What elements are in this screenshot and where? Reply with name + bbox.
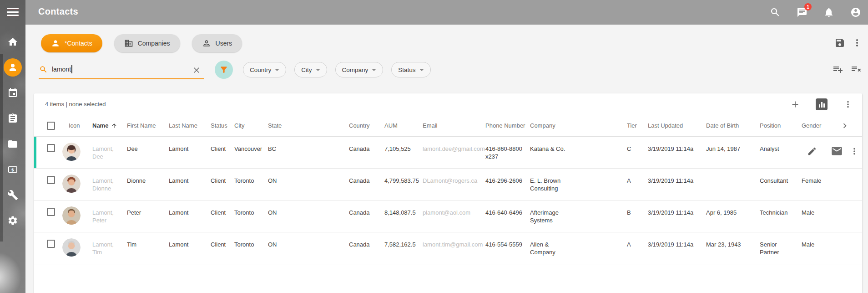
scroll-columns-right-icon[interactable] (840, 121, 850, 131)
cell-country: Canada (342, 200, 377, 216)
cell-city: Toronto (227, 200, 261, 216)
sidebar-item-tools[interactable] (4, 186, 22, 204)
table-row[interactable]: Lamont, Peter Peter Lamont Client Toront… (34, 200, 862, 232)
phone-text: 416-860-8800 x237 (485, 145, 529, 160)
col-tier[interactable]: Tier (620, 122, 641, 129)
menu-icon[interactable] (7, 8, 19, 17)
account-icon[interactable] (850, 6, 862, 18)
col-name[interactable]: Name (85, 122, 120, 129)
notifications-icon[interactable] (823, 6, 835, 18)
filter-chips: Country City Company Status (243, 62, 431, 77)
filter-label: Country (250, 67, 271, 73)
sidebar-item-calendar[interactable] (4, 84, 22, 102)
save-icon[interactable] (833, 36, 846, 49)
col-status[interactable]: Status (203, 122, 227, 129)
cell-date-of-birth: Apr 6, 1985 (699, 200, 752, 216)
search-icon (39, 65, 48, 74)
tab-contacts[interactable]: *Contacts (41, 34, 102, 52)
col-last-updated[interactable]: Last Updated (641, 122, 699, 129)
filter-company[interactable]: Company (335, 62, 384, 77)
col-last-name[interactable]: Last Name (161, 122, 203, 129)
col-phone[interactable]: Phone Number (478, 122, 523, 129)
cell-gender: Male (794, 232, 827, 248)
avatar (62, 143, 81, 161)
cell-state: ON (261, 232, 342, 248)
col-gender[interactable]: Gender (794, 122, 827, 129)
table-row[interactable]: Lamont, Dionne Dionne Lamont Client Toro… (34, 169, 862, 200)
funnel-icon (219, 65, 228, 74)
col-company[interactable]: Company (523, 122, 620, 129)
search-filter-row: lamont Country City Company Status (39, 60, 431, 80)
playlist-remove-icon[interactable] (851, 64, 863, 76)
cell-state: ON (261, 169, 342, 185)
tab-label: Users (216, 40, 232, 47)
table-more-vert-icon[interactable] (843, 99, 853, 109)
cell-city: Toronto (227, 232, 261, 248)
filter-button[interactable] (215, 61, 233, 79)
col-icon[interactable]: Icon (61, 122, 85, 129)
playlist-add-icon[interactable] (833, 64, 844, 76)
tab-users[interactable]: Users (192, 34, 242, 52)
col-position[interactable]: Position (752, 122, 794, 129)
search-input[interactable]: lamont (39, 60, 204, 79)
active-row-indicator (34, 137, 36, 168)
cell-name: Lamont, Tim (85, 232, 120, 256)
more-vert-icon[interactable] (851, 36, 863, 49)
add-contact-icon[interactable] (790, 99, 800, 109)
cell-status: Client (203, 137, 227, 153)
clipboard-icon (7, 113, 18, 124)
cell-last-name: Lamont (161, 137, 203, 153)
row-checkbox[interactable] (47, 208, 55, 216)
cell-state: ON (261, 200, 342, 216)
cell-last-name: Lamont (161, 232, 203, 248)
sidebar-item-contacts[interactable] (4, 58, 22, 77)
cell-tier: A (620, 232, 641, 248)
sidebar-item-tasks[interactable] (4, 109, 22, 128)
col-city[interactable]: City (227, 122, 261, 129)
cell-last-updated: 3/19/2019 11:14a (641, 137, 699, 153)
select-all-checkbox[interactable] (47, 122, 55, 130)
sidebar-item-home[interactable] (4, 33, 22, 51)
table-row[interactable]: Lamont, Dee Dee Lamont Client Vancouver … (34, 137, 862, 169)
sidebar-item-billing[interactable]: $ (4, 160, 22, 179)
sidebar-item-documents[interactable] (4, 135, 22, 153)
tab-label: Companies (138, 40, 170, 47)
col-date-of-birth[interactable]: Date of Birth (699, 122, 752, 129)
cell-phone: 416-554-5559 (478, 232, 523, 248)
cell-email: lamont.dee@gmail.com (415, 137, 478, 153)
row-checkbox[interactable] (47, 240, 55, 248)
filter-city[interactable]: City (294, 62, 327, 77)
cell-status: Client (203, 232, 227, 248)
search-icon[interactable] (769, 6, 781, 18)
cell-status: Client (203, 200, 227, 216)
col-email[interactable]: Email (415, 122, 478, 129)
entity-tabs: *Contacts Companies Users (41, 34, 242, 52)
company-text: Allen & Company (530, 241, 573, 256)
chart-view-icon[interactable] (816, 98, 828, 110)
cell-company: Katana & Co. (523, 137, 620, 153)
tab-companies[interactable]: Companies (114, 34, 180, 52)
row-checkbox[interactable] (47, 144, 55, 152)
col-country[interactable]: Country (342, 122, 377, 129)
row-checkbox[interactable] (47, 176, 55, 184)
chat-icon[interactable]: 1 (796, 6, 808, 18)
cell-gender (794, 137, 827, 145)
filter-status[interactable]: Status (391, 62, 430, 77)
table-row[interactable]: Lamont, Tim Tim Lamont Client Toronto ON… (34, 232, 862, 264)
sidebar-item-settings[interactable] (4, 211, 22, 230)
filter-country[interactable]: Country (243, 62, 286, 77)
edit-icon[interactable] (807, 146, 831, 158)
col-state[interactable]: State (261, 122, 342, 129)
col-first-name[interactable]: First Name (120, 122, 161, 129)
table-footer: Items per page 10 (34, 289, 862, 293)
phone-text: 416-296-2606 (485, 177, 529, 185)
col-aum[interactable]: AUM (377, 122, 415, 129)
chevron-down-icon (275, 69, 279, 71)
cell-name: Lamont, Dionne (85, 169, 120, 192)
clear-search-icon[interactable] (192, 65, 201, 74)
list-config-actions (833, 64, 863, 76)
cell-country: Canada (342, 169, 377, 185)
contacts-icon (7, 62, 18, 73)
email-icon[interactable] (831, 145, 849, 159)
row-more-vert-icon[interactable] (849, 146, 859, 158)
